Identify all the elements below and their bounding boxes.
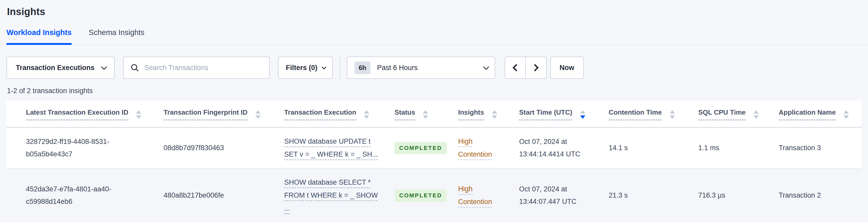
chevron-right-icon bbox=[531, 64, 538, 71]
prev-time-button[interactable] bbox=[505, 57, 526, 79]
chevron-down-icon bbox=[101, 64, 107, 70]
table-row: 452da3e7-e7fa-4801-aa40- c59988d14eb6 48… bbox=[6, 168, 862, 222]
time-range-pager bbox=[505, 57, 547, 79]
transaction-insights-table: Latest Transaction Execution ID Transact… bbox=[6, 101, 862, 222]
contention-time-cell: 21.3 s bbox=[609, 168, 698, 222]
sort-icon bbox=[753, 110, 759, 119]
sql-cpu-time-cell: 1.1 ms bbox=[698, 127, 779, 168]
toolbar: Transaction Executions Filters (0) 6h Pa… bbox=[6, 56, 868, 80]
execution-id-cell: 452da3e7-e7fa-4801-aa40- c59988d14eb6 bbox=[6, 168, 163, 222]
chevron-down-icon bbox=[483, 64, 489, 70]
insight-link[interactable]: High Contention bbox=[458, 135, 500, 161]
transaction-statement-link[interactable]: SHOW database SELECT * FROM t WHERE k = … bbox=[284, 176, 378, 215]
insights-cell: High Contention bbox=[458, 127, 519, 168]
filters-button-label: Filters (0) bbox=[286, 64, 317, 72]
insight-type-dropdown[interactable]: Transaction Executions bbox=[6, 57, 115, 79]
insight-link[interactable]: High Contention bbox=[458, 182, 500, 208]
chevron-left-icon bbox=[513, 64, 520, 71]
fingerprint-id-cell: 08d8b7d97f830463 bbox=[163, 127, 284, 168]
insights-table-card: Latest Transaction Execution ID Transact… bbox=[6, 101, 862, 222]
next-time-button[interactable] bbox=[526, 57, 547, 79]
chevron-down-icon bbox=[321, 65, 326, 69]
sql-cpu-time-cell: 716.3 µs bbox=[698, 168, 779, 222]
tab-schema-insights[interactable]: Schema Insights bbox=[89, 28, 144, 45]
sort-icon bbox=[670, 110, 675, 119]
table-row: 328729d2-ff19-4408-8531- b05a5b4e43c7 08… bbox=[6, 127, 862, 168]
insight-type-dropdown-label: Transaction Executions bbox=[16, 64, 94, 72]
column-header-insights[interactable]: Insights bbox=[458, 101, 519, 127]
transaction-statement-link[interactable]: SHOW database UPDATE t SET v = _ WHERE k… bbox=[284, 135, 378, 161]
results-count: 1-2 of 2 transaction insights bbox=[7, 87, 868, 95]
page-title: Insights bbox=[0, 0, 868, 18]
transaction-execution-cell: SHOW database SELECT * FROM t WHERE k = … bbox=[284, 168, 395, 222]
start-time-cell: Oct 07, 2024 at 13:44:14.4414 UTC bbox=[519, 127, 609, 168]
contention-time-cell: 14.1 s bbox=[609, 127, 698, 168]
column-header-application-name[interactable]: Application Name bbox=[779, 101, 862, 127]
execution-id-cell: 328729d2-ff19-4408-8531- b05a5b4e43c7 bbox=[6, 127, 163, 168]
search-box[interactable] bbox=[123, 57, 270, 79]
time-range-badge: 6h bbox=[354, 61, 370, 74]
sort-icon-active-desc bbox=[580, 110, 585, 119]
sort-icon bbox=[844, 110, 849, 119]
column-header-status[interactable]: Status bbox=[395, 101, 458, 127]
sort-icon bbox=[136, 110, 141, 119]
status-badge: COMPLETED bbox=[395, 142, 447, 154]
time-range-picker[interactable]: 6h Past 6 Hours bbox=[347, 57, 495, 79]
start-time-cell: Oct 07, 2024 at 13:44:07.447 UTC bbox=[519, 168, 609, 222]
toolbar-divider bbox=[340, 56, 340, 80]
search-input[interactable] bbox=[144, 64, 262, 72]
application-name-cell: Transaction 3 bbox=[779, 127, 862, 168]
insights-cell: High Contention bbox=[458, 168, 519, 222]
column-header-transaction-fingerprint-id[interactable]: Transaction Fingerprint ID bbox=[163, 101, 284, 127]
column-header-start-time[interactable]: Start Time (UTC) bbox=[519, 101, 609, 127]
table-header-row: Latest Transaction Execution ID Transact… bbox=[6, 101, 862, 127]
insights-page: Insights Workload Insights Schema Insigh… bbox=[0, 0, 868, 222]
tab-bar: Workload Insights Schema Insights bbox=[0, 28, 868, 45]
status-cell: COMPLETED bbox=[395, 168, 458, 222]
filters-button[interactable]: Filters (0) bbox=[278, 57, 333, 79]
column-header-contention-time[interactable]: Contention Time bbox=[609, 101, 698, 127]
column-header-sql-cpu-time[interactable]: SQL CPU Time bbox=[698, 101, 779, 127]
time-range-label: Past 6 Hours bbox=[377, 64, 417, 72]
column-header-latest-transaction-execution-id[interactable]: Latest Transaction Execution ID bbox=[6, 101, 163, 127]
search-icon bbox=[130, 63, 139, 72]
sort-icon bbox=[255, 110, 260, 119]
sort-icon bbox=[364, 110, 369, 119]
now-button[interactable]: Now bbox=[550, 57, 584, 79]
sort-icon bbox=[492, 110, 497, 119]
sort-icon bbox=[423, 110, 428, 119]
column-header-transaction-execution[interactable]: Transaction Execution bbox=[284, 101, 395, 127]
fingerprint-id-cell: 480a8b217be006fe bbox=[163, 168, 284, 222]
status-cell: COMPLETED bbox=[395, 127, 458, 168]
transaction-execution-cell: SHOW database UPDATE t SET v = _ WHERE k… bbox=[284, 127, 395, 168]
application-name-cell: Transaction 2 bbox=[779, 168, 862, 222]
tab-workload-insights[interactable]: Workload Insights bbox=[6, 28, 72, 45]
status-badge: COMPLETED bbox=[395, 190, 447, 201]
